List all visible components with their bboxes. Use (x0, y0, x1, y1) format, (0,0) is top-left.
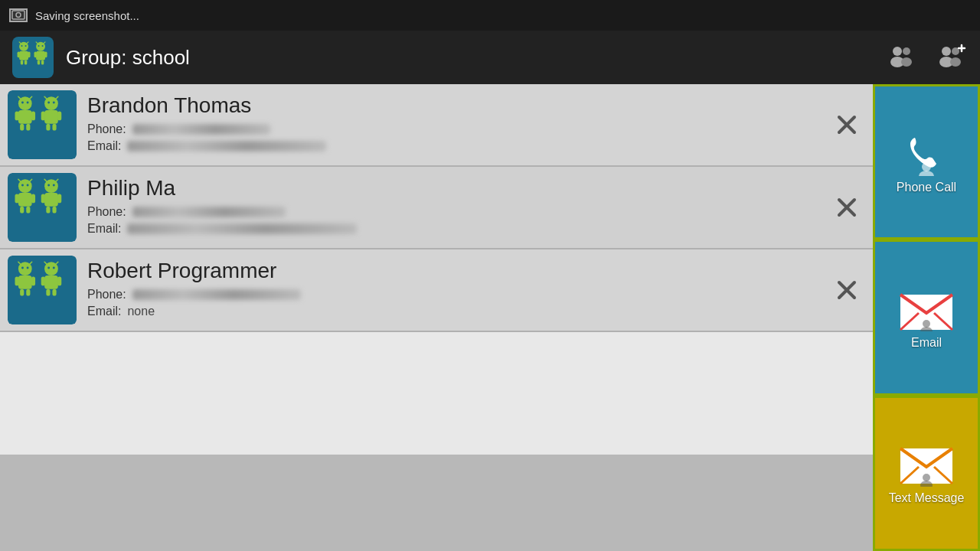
remove-contact-button[interactable] (830, 108, 864, 142)
view-group-icon (885, 41, 919, 74)
remove-contact-button[interactable] (830, 191, 864, 224)
svg-point-35 (21, 102, 24, 104)
contact-info: Brandon Thomas Phone: Email: (87, 93, 865, 156)
phone-call-button[interactable]: Phone Call (873, 84, 980, 240)
svg-point-23 (893, 47, 902, 56)
email-value-blurred (127, 141, 326, 152)
svg-point-103 (919, 171, 934, 176)
text-message-button[interactable]: Text Message (873, 396, 980, 551)
svg-point-46 (53, 102, 55, 104)
svg-point-102 (922, 162, 931, 171)
email-label: Email: (87, 222, 121, 236)
contact-email: Email: none (87, 305, 865, 318)
svg-rect-96 (41, 276, 45, 285)
svg-rect-62 (18, 193, 32, 207)
svg-rect-75 (46, 207, 50, 214)
contact-item: Philip Ma Phone: Email: (0, 167, 873, 249)
contact-phone: Phone: (87, 288, 865, 302)
avatar (8, 256, 77, 324)
avatar (8, 90, 77, 159)
email-value-blurred (127, 223, 357, 234)
svg-rect-53 (52, 124, 56, 131)
svg-rect-41 (31, 111, 35, 120)
email-button[interactable]: Email (873, 240, 980, 395)
svg-rect-66 (26, 207, 30, 214)
svg-rect-42 (20, 124, 24, 131)
contact-item: Brandon Thomas Phone: Email: (0, 84, 873, 167)
svg-point-4 (21, 45, 22, 47)
svg-rect-43 (26, 124, 30, 131)
svg-rect-86 (15, 276, 18, 285)
svg-rect-39 (18, 110, 32, 124)
svg-rect-99 (52, 289, 56, 296)
phone-value-blurred (132, 207, 286, 217)
screenshot-icon (9, 8, 28, 22)
phone-call-icon (900, 130, 953, 176)
app-bar-title: Group: school (66, 46, 885, 70)
email-value: none (127, 305, 155, 318)
contact-list: Brandon Thomas Phone: Email: (0, 84, 873, 551)
contact-info: Philip Ma Phone: Email: (87, 176, 865, 239)
svg-rect-65 (20, 207, 24, 214)
text-message-icon (896, 441, 957, 487)
contact-name: Brandon Thomas (87, 93, 865, 118)
app-icon (12, 37, 54, 78)
svg-rect-19 (34, 52, 37, 58)
svg-rect-74 (57, 194, 61, 203)
contact-name: Robert Programmer (87, 259, 865, 283)
add-group-icon (934, 41, 968, 74)
phone-value-blurred (132, 289, 301, 300)
svg-point-58 (21, 184, 24, 187)
svg-rect-40 (15, 111, 18, 120)
svg-point-36 (27, 102, 29, 104)
svg-rect-52 (46, 124, 50, 131)
svg-rect-97 (57, 276, 61, 285)
svg-point-59 (27, 184, 29, 187)
svg-point-92 (53, 267, 55, 269)
svg-rect-89 (26, 289, 30, 296)
svg-rect-49 (44, 110, 58, 124)
app-bar: Group: school (0, 31, 980, 84)
svg-point-112 (923, 474, 930, 481)
svg-rect-51 (57, 111, 61, 120)
svg-point-15 (42, 45, 44, 47)
avatar (8, 173, 77, 242)
svg-point-68 (47, 184, 50, 187)
email-icon (896, 285, 957, 331)
phone-value-blurred (132, 124, 270, 135)
svg-rect-85 (18, 276, 32, 289)
phone-label: Phone: (87, 288, 126, 302)
svg-rect-10 (28, 52, 30, 58)
contact-name: Philip Ma (87, 176, 865, 201)
system-bar-title: Saving screenshot... (35, 9, 139, 22)
phone-label: Phone: (87, 205, 126, 219)
add-group-button[interactable] (934, 41, 968, 74)
svg-rect-20 (44, 52, 47, 58)
svg-rect-79 (8, 256, 77, 324)
svg-point-5 (25, 45, 27, 47)
view-group-button[interactable] (885, 41, 919, 74)
svg-point-107 (923, 320, 930, 328)
svg-rect-8 (19, 51, 28, 60)
phone-call-label: Phone Call (897, 181, 956, 194)
system-bar: Saving screenshot... (0, 0, 980, 31)
svg-point-81 (21, 267, 24, 269)
svg-point-27 (942, 47, 951, 56)
svg-rect-72 (44, 193, 58, 207)
svg-rect-18 (36, 51, 45, 60)
svg-rect-12 (24, 60, 27, 65)
empty-list-area (0, 332, 873, 455)
contact-info: Robert Programmer Phone: Email: none (87, 259, 865, 321)
close-icon (833, 194, 861, 221)
phone-label: Phone: (87, 122, 126, 136)
svg-rect-22 (41, 60, 44, 65)
svg-rect-50 (41, 111, 45, 120)
svg-point-1 (16, 13, 21, 18)
svg-point-91 (47, 267, 50, 269)
close-icon (833, 111, 861, 139)
remove-contact-button[interactable] (830, 273, 864, 307)
svg-point-14 (38, 45, 39, 47)
svg-rect-0 (12, 11, 24, 19)
svg-rect-88 (20, 289, 24, 296)
svg-point-69 (53, 184, 55, 187)
